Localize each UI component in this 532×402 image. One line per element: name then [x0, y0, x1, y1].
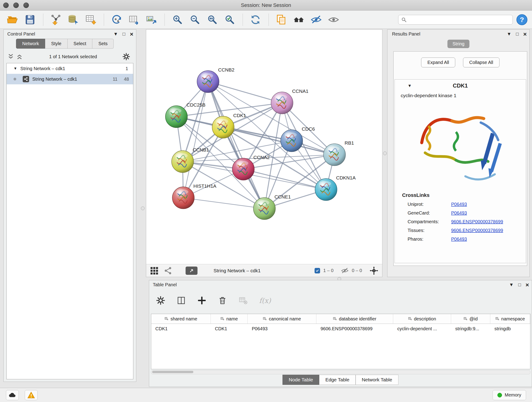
- svg-text:CDK1: CDK1: [233, 113, 246, 118]
- network-edge-count: 48: [124, 77, 129, 82]
- horizontal-scrollbar[interactable]: [151, 370, 530, 374]
- import-table-file-button[interactable]: [84, 12, 98, 27]
- warnings-button[interactable]: [25, 390, 38, 400]
- export-image-button[interactable]: [144, 12, 159, 27]
- scrollbar-thumb[interactable]: [152, 371, 193, 373]
- zoom-out-button[interactable]: [188, 12, 202, 27]
- expand-all-button[interactable]: Expand All: [421, 57, 455, 67]
- save-session-button[interactable]: [23, 12, 38, 27]
- table-header-row: shared name name canonical name database…: [151, 314, 530, 324]
- open-session-button[interactable]: [6, 12, 20, 27]
- node-table: shared name name canonical name database…: [151, 314, 530, 369]
- network-from-selection-button[interactable]: [109, 12, 124, 27]
- column-sort-icon: [408, 317, 412, 321]
- tab-style[interactable]: Style: [45, 39, 67, 49]
- tab-select[interactable]: Select: [68, 39, 93, 49]
- crosslink-tissues-link[interactable]: 9606.ENSP00000378699: [451, 228, 503, 233]
- new-table-button[interactable]: [127, 12, 142, 27]
- svg-text:CDKN1A: CDKN1A: [336, 175, 355, 180]
- search-input[interactable]: [409, 17, 510, 22]
- section-collapse-icon[interactable]: ▼: [408, 83, 412, 88]
- hidden-count: 0 – 0: [352, 268, 362, 273]
- tab-edge-table[interactable]: Edge Table: [319, 375, 355, 385]
- memory-button[interactable]: Memory: [493, 390, 526, 400]
- crosslink-compartments-link[interactable]: 9606.ENSP00000378699: [451, 219, 503, 224]
- network-row-selected[interactable]: String Network – cdk1 11 48: [7, 74, 133, 84]
- crosslink-row: Compartments: 9606.ENSP00000378699: [408, 219, 526, 224]
- crosslink-uniprot-link[interactable]: P06493: [451, 202, 467, 207]
- help-button[interactable]: ?: [516, 14, 528, 26]
- cloud-icon: [8, 391, 16, 399]
- delete-column-button[interactable]: [218, 295, 228, 306]
- control-panel-title: Control Panel: [7, 32, 35, 37]
- cloud-status-button[interactable]: [6, 390, 19, 400]
- show-all-button[interactable]: [292, 12, 306, 27]
- collapse-all-button[interactable]: Collapse All: [463, 57, 500, 67]
- pan-crosshair-icon[interactable]: [369, 266, 379, 275]
- left-splitter-handle[interactable]: [141, 206, 145, 210]
- column-header[interactable]: namespace: [490, 314, 530, 324]
- copy-document-button[interactable]: [274, 12, 289, 27]
- close-panel-icon[interactable]: ×: [130, 32, 133, 36]
- network-label: String Network – cdk1: [32, 77, 77, 82]
- cell-id: stringdb:9...: [451, 324, 490, 333]
- zoom-selected-button[interactable]: [222, 12, 237, 27]
- column-sort-icon: [333, 317, 337, 321]
- birds-eye-view-button[interactable]: [186, 267, 197, 275]
- expand-all-icon[interactable]: [16, 53, 23, 60]
- add-column-button[interactable]: [197, 295, 208, 306]
- zoom-selected-icon: [224, 14, 235, 26]
- close-panel-icon[interactable]: ×: [523, 32, 527, 36]
- save-floppy-icon: [24, 14, 36, 26]
- hidden-eye-slash-icon[interactable]: [341, 267, 349, 274]
- svg-text:CCNA1: CCNA1: [292, 89, 308, 94]
- collapse-panel-icon[interactable]: ▼: [114, 32, 118, 37]
- share-network-icon[interactable]: [164, 266, 172, 275]
- tab-node-table[interactable]: Node Table: [283, 375, 319, 385]
- results-panel: Results Panel ▼ □ × String Expand All Co…: [387, 29, 530, 277]
- collapse-all-icon[interactable]: [7, 53, 14, 60]
- column-header[interactable]: canonical name: [248, 314, 317, 324]
- network-options-gear-icon[interactable]: [122, 53, 130, 61]
- tab-network-table[interactable]: Network Table: [355, 375, 399, 385]
- show-hide-graphics-button[interactable]: [326, 12, 341, 27]
- float-panel-icon[interactable]: □: [516, 32, 519, 37]
- column-header[interactable]: name: [211, 314, 248, 324]
- grid-view-icon[interactable]: [150, 266, 158, 275]
- apply-layout-button[interactable]: [248, 12, 263, 27]
- memory-status-dot: [497, 393, 502, 397]
- import-network-file-button[interactable]: [49, 12, 63, 27]
- float-panel-icon[interactable]: □: [518, 282, 521, 287]
- copy-document-icon: [276, 14, 287, 26]
- table-row[interactable]: CDK1 CDK1 P06493 9606.ENSP00000378699 cy…: [151, 324, 530, 333]
- crosslink-genecard-link[interactable]: P06493: [451, 211, 467, 216]
- network-collection-row[interactable]: ▼ String Network – cdk1 1: [7, 63, 133, 74]
- network-node-count: 11: [113, 77, 118, 82]
- network-canvas[interactable]: CCNB2CCNA1CDC25BCDK1CDC6RB1CCNB1CCNA2CDK…: [146, 30, 382, 264]
- collapse-panel-icon[interactable]: ▼: [509, 282, 514, 287]
- table-options-button[interactable]: [156, 295, 167, 306]
- show-columns-button[interactable]: [177, 295, 187, 306]
- zoom-in-button[interactable]: [170, 12, 185, 27]
- column-header[interactable]: @id: [451, 314, 490, 324]
- results-tab-string[interactable]: String: [447, 40, 469, 48]
- tree-expand-icon[interactable]: ▼: [13, 66, 17, 70]
- graph-node-CDK1: CDK1: [212, 113, 246, 138]
- column-header[interactable]: shared name: [151, 314, 211, 324]
- nodes-selected-checkbox[interactable]: [315, 268, 320, 274]
- column-header[interactable]: description: [393, 314, 451, 324]
- close-panel-icon[interactable]: ×: [526, 283, 529, 287]
- right-splitter-handle[interactable]: [383, 152, 387, 155]
- tab-sets[interactable]: Sets: [92, 39, 114, 49]
- eye-icon: [328, 14, 339, 26]
- column-header[interactable]: database identifier: [317, 314, 393, 324]
- hide-selected-button[interactable]: [309, 12, 324, 27]
- zoom-fit-button[interactable]: [205, 12, 220, 27]
- crosslink-pharos-link[interactable]: P06493: [451, 236, 467, 242]
- import-network-database-button[interactable]: [66, 12, 81, 27]
- collapse-panel-icon[interactable]: ▼: [507, 32, 511, 37]
- float-panel-icon[interactable]: □: [123, 32, 125, 37]
- network-view-panel: CCNB2CCNA1CDC25BCDK1CDC6RB1CCNB1CCNA2CDK…: [146, 29, 382, 277]
- tab-network[interactable]: Network: [16, 39, 45, 49]
- toolbar-separator: [43, 13, 43, 26]
